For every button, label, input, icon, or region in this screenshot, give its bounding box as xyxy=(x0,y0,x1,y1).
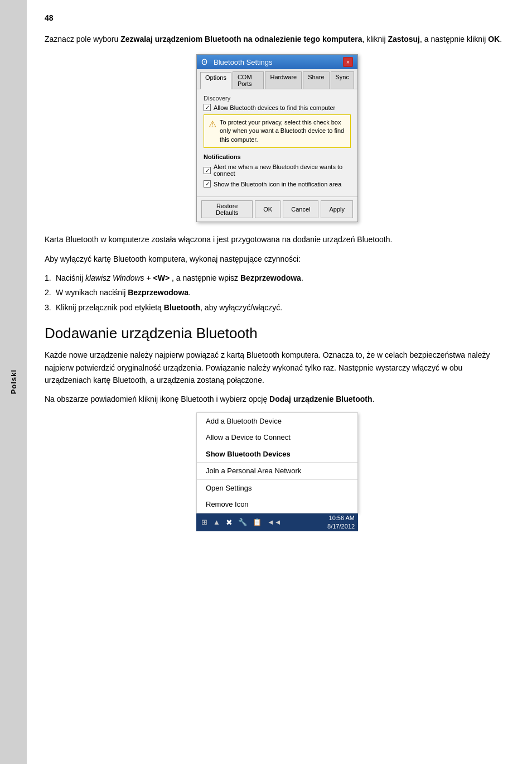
body-paragraph-1: Karta Bluetooth w komputerze została włą… xyxy=(45,233,510,246)
step-2: 2. W wynikach naciśnij Bezprzewodowa. xyxy=(45,286,510,299)
bluetooth-settings-dialog: ʘ Bluetooth Settings × Options COM Ports… xyxy=(196,54,358,222)
section-heading: Dodawanie urządzenia Bluetooth xyxy=(45,325,510,342)
intro-text-pre: Zaznacz pole wyboru xyxy=(45,35,120,44)
body-paragraph-4: Na obszarze powiadomień kliknij ikonę Bl… xyxy=(45,393,510,405)
step-2-text: W wynikach naciśnij Bezprzewodowa. xyxy=(56,288,191,297)
step-2-bold: Bezprzewodowa xyxy=(128,288,188,297)
notif-checkbox2-row[interactable]: ✓ Show the Bluetooth icon in the notific… xyxy=(204,180,351,188)
dialog-title: Bluetooth Settings xyxy=(214,58,273,66)
taskbar-datetime: 10:56 AM 8/17/2012 xyxy=(327,514,355,530)
intro-bold1: Zezwalaj urządzeniom Bluetooth na odnale… xyxy=(120,35,362,44)
tab-hardware[interactable]: Hardware xyxy=(265,71,302,89)
step-3-bold: Bluetooth xyxy=(164,303,200,312)
taskbar: ⊞ ▲ ✖ 🔧 📋 ◄◄ 10:56 AM 8/17/2012 xyxy=(196,513,358,531)
discovery-checkbox-row[interactable]: ✓ Allow Bluetooth devices to find this c… xyxy=(204,104,351,111)
step-3-num: 3. xyxy=(45,301,51,314)
notif-checkbox1-row[interactable]: ✓ Alert me when a new Bluetooth device w… xyxy=(204,164,351,177)
intro-bold3: OK xyxy=(488,35,500,44)
step-1-bold: <W> xyxy=(153,273,170,282)
bluetooth-context-menu: Add a Bluetooth Device Allow a Device to… xyxy=(196,412,358,513)
menu-item-join[interactable]: Join a Personal Area Network xyxy=(197,462,357,479)
notif-checkbox1-label: Alert me when a new Bluetooth device wan… xyxy=(214,164,351,177)
dialog-close-button[interactable]: × xyxy=(343,57,353,67)
taskbar-doc-icon: 📋 xyxy=(251,517,263,527)
taskbar-start-icon: ⊞ xyxy=(200,517,209,527)
dialog-wrapper: ʘ Bluetooth Settings × Options COM Ports… xyxy=(45,54,510,222)
step-1-text: Naciśnij klawisz Windows + <W> , a nastę… xyxy=(56,273,303,282)
bluetooth-title-icon: ʘ xyxy=(201,57,210,66)
dialog-titlebar-left: ʘ Bluetooth Settings xyxy=(201,57,273,66)
menu-item-allow[interactable]: Allow a Device to Connect xyxy=(197,429,357,446)
intro-period: . xyxy=(500,35,502,44)
notif-checkbox2[interactable]: ✓ xyxy=(204,180,211,188)
step-1-bold2: Bezprzewodowa xyxy=(240,273,301,282)
menu-item-add[interactable]: Add a Bluetooth Device xyxy=(197,413,357,430)
intro-end: , a następnie kliknij xyxy=(420,35,488,44)
body4-pre: Na obszarze powiadomień kliknij ikonę Bl… xyxy=(45,395,269,403)
tab-share[interactable]: Share xyxy=(303,71,329,89)
step-1-num: 1. xyxy=(45,272,51,284)
restore-defaults-button[interactable]: Restore Defaults xyxy=(201,200,253,218)
steps-list: 1. Naciśnij klawisz Windows + <W> , a na… xyxy=(45,272,510,314)
notif-checkbox2-label: Show the Bluetooth icon in the notificat… xyxy=(214,181,341,188)
taskbar-tool-icon: 🔧 xyxy=(236,517,249,527)
body-paragraph-2: Aby wyłączyć kartę Bluetooth komputera, … xyxy=(45,253,510,265)
taskbar-arrow-icon: ▲ xyxy=(211,517,222,527)
step-3-text: Kliknij przełącznik pod etykietą Bluetoo… xyxy=(56,303,282,312)
dialog-body: Discovery ✓ Allow Bluetooth devices to f… xyxy=(197,89,357,196)
sidebar-language-label: Polski xyxy=(9,369,18,394)
tab-com-ports[interactable]: COM Ports xyxy=(233,71,264,89)
menu-item-open-settings[interactable]: Open Settings xyxy=(197,479,357,497)
body-paragraph-3: Każde nowe urządzenie należy najpierw po… xyxy=(45,349,510,386)
step-3: 3. Kliknij przełącznik pod etykietą Blue… xyxy=(45,301,510,314)
info-text: To protect your privacy, select this che… xyxy=(220,118,346,144)
info-box: ⚠ To protect your privacy, select this c… xyxy=(204,114,351,148)
body4-bold: Dodaj urządzenie Bluetooth xyxy=(269,395,372,403)
ok-button[interactable]: OK xyxy=(255,200,280,218)
dialog-titlebar: ʘ Bluetooth Settings × xyxy=(197,55,357,69)
menu-item-remove-icon[interactable]: Remove Icon xyxy=(197,496,357,513)
notif-checkbox1[interactable]: ✓ xyxy=(204,167,211,174)
context-menu-container: Add a Bluetooth Device Allow a Device to… xyxy=(196,412,358,531)
body4-period: . xyxy=(372,395,374,403)
taskbar-time-display: 10:56 AM xyxy=(327,514,355,522)
cancel-button[interactable]: Cancel xyxy=(283,200,318,218)
taskbar-bt-icon: ✖ xyxy=(224,517,234,528)
taskbar-speaker-icon: ◄◄ xyxy=(265,517,283,527)
tab-options[interactable]: Options xyxy=(200,72,231,89)
tab-sync[interactable]: Sync xyxy=(331,71,354,89)
intro-mid: , kliknij xyxy=(362,35,388,44)
notifications-label: Notifications xyxy=(204,153,351,160)
discovery-section-label: Discovery xyxy=(204,95,351,102)
main-content: 48 Zaznacz pole wyboru Zezwalaj urządzen… xyxy=(27,0,532,764)
taskbar-right: 10:56 AM 8/17/2012 xyxy=(327,514,355,530)
taskbar-date-display: 8/17/2012 xyxy=(327,522,355,530)
page-number: 48 xyxy=(45,13,510,22)
context-menu-wrapper: Add a Bluetooth Device Allow a Device to… xyxy=(45,412,510,531)
dialog-footer: Restore Defaults OK Cancel Apply xyxy=(197,196,357,222)
sidebar: Polski xyxy=(0,0,27,764)
discovery-checkbox-label: Allow Bluetooth devices to find this com… xyxy=(214,104,335,111)
menu-item-show[interactable]: Show Bluetooth Devices xyxy=(197,446,357,463)
step-1-italic: klawisz Windows xyxy=(85,273,144,282)
discovery-checkbox[interactable]: ✓ xyxy=(204,104,211,111)
intro-paragraph: Zaznacz pole wyboru Zezwalaj urządzeniom… xyxy=(45,33,510,45)
intro-bold2: Zastosuj xyxy=(388,35,420,44)
step-1: 1. Naciśnij klawisz Windows + <W> , a na… xyxy=(45,272,510,284)
dialog-tabs: Options COM Ports Hardware Share Sync xyxy=(197,69,357,89)
apply-button[interactable]: Apply xyxy=(321,200,353,218)
info-icon: ⚠ xyxy=(209,118,216,144)
step-2-num: 2. xyxy=(45,286,51,299)
